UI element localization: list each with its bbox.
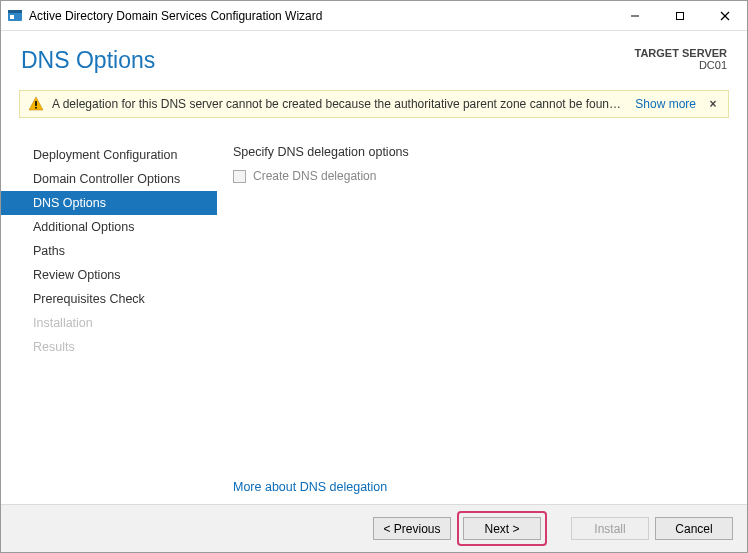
create-dns-delegation-checkbox[interactable] (233, 170, 246, 183)
content-pane: Specify DNS delegation options Create DN… (217, 139, 747, 504)
step-review-options[interactable]: Review Options (1, 263, 217, 287)
next-button-highlight: Next > (457, 511, 547, 546)
more-about-link[interactable]: More about DNS delegation (233, 480, 387, 494)
wizard-steps-sidebar: Deployment Configuration Domain Controll… (1, 139, 217, 504)
section-label: Specify DNS delegation options (233, 145, 727, 159)
target-server-label: TARGET SERVER (635, 47, 728, 59)
svg-rect-4 (676, 12, 683, 19)
target-server-block: TARGET SERVER DC01 (635, 47, 728, 71)
step-prerequisites-check[interactable]: Prerequisites Check (1, 287, 217, 311)
target-server-name: DC01 (635, 59, 728, 71)
page-title: DNS Options (21, 47, 155, 74)
warning-text: A delegation for this DNS server cannot … (52, 97, 625, 111)
main: Deployment Configuration Domain Controll… (1, 139, 747, 504)
install-button: Install (571, 517, 649, 540)
close-button[interactable] (702, 1, 747, 30)
footer: < Previous Next > Install Cancel (1, 504, 747, 552)
step-additional-options[interactable]: Additional Options (1, 215, 217, 239)
previous-button[interactable]: < Previous (373, 517, 451, 540)
maximize-button[interactable] (657, 1, 702, 30)
next-button[interactable]: Next > (463, 517, 541, 540)
warning-icon (28, 96, 44, 112)
step-installation: Installation (1, 311, 217, 335)
titlebar: Active Directory Domain Services Configu… (1, 1, 747, 31)
step-results: Results (1, 335, 217, 359)
svg-rect-8 (35, 101, 37, 106)
window-title: Active Directory Domain Services Configu… (29, 9, 612, 23)
step-dns-options[interactable]: DNS Options (1, 191, 217, 215)
minimize-button[interactable] (612, 1, 657, 30)
svg-rect-9 (35, 107, 37, 109)
create-dns-delegation-row: Create DNS delegation (233, 169, 727, 183)
svg-rect-1 (8, 10, 22, 13)
step-deployment-configuration[interactable]: Deployment Configuration (1, 143, 217, 167)
warning-bar: A delegation for this DNS server cannot … (19, 90, 729, 118)
create-dns-delegation-label: Create DNS delegation (253, 169, 376, 183)
header: DNS Options TARGET SERVER DC01 (1, 31, 747, 90)
window-controls (612, 1, 747, 30)
step-domain-controller-options[interactable]: Domain Controller Options (1, 167, 217, 191)
warning-close-icon[interactable]: × (706, 97, 720, 111)
app-icon (7, 8, 23, 24)
warning-show-more-link[interactable]: Show more (635, 97, 696, 111)
cancel-button[interactable]: Cancel (655, 517, 733, 540)
svg-rect-2 (10, 15, 14, 19)
step-paths[interactable]: Paths (1, 239, 217, 263)
